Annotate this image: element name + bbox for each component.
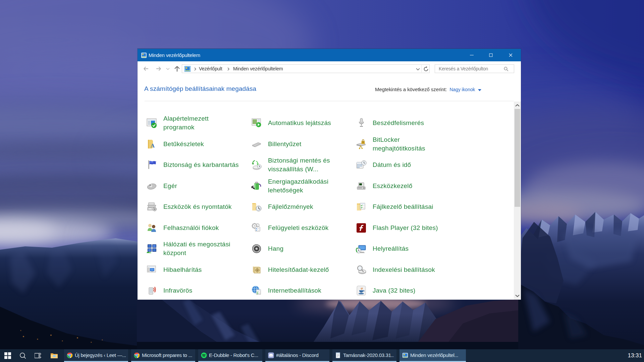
- svg-text:A: A: [151, 142, 155, 149]
